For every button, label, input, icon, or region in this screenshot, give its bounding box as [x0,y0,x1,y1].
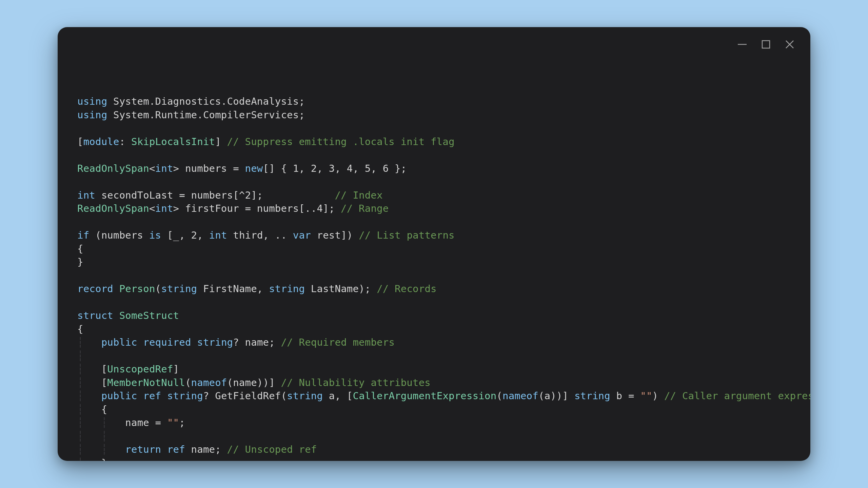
type: ReadOnlySpan [77,163,149,174]
pattern: [_, 2, [167,229,203,241]
comment: // Records [377,283,437,294]
keyword: string [287,390,323,402]
brace: { [77,323,83,335]
identifier: rest]) [317,229,353,241]
keyword: int [77,189,95,201]
keyword: required [143,337,191,348]
keyword: using [77,96,107,107]
keyword: ref [143,390,161,402]
keyword: new [245,163,263,174]
type-name: Person [119,283,155,294]
identifier: LastName); [311,283,371,294]
keyword: return [125,444,161,455]
type-name: SomeStruct [119,310,179,321]
args: (name))] [227,377,275,388]
comment: // Required members [281,337,395,348]
attribute: CallerArgumentExpression [353,390,496,402]
attribute: MemberNotNull [107,377,185,388]
identifier: secondToLast [101,189,173,201]
comment: // Caller argument expressions [664,390,810,402]
keyword: struct [77,310,113,321]
code-editor-content[interactable]: using System.Diagnostics.CodeAnalysis; u… [77,95,797,461]
identifier: firstFour [185,203,239,214]
paren: ) [652,390,658,402]
brace: { [77,243,83,255]
keyword: int [155,203,173,214]
brace: } [77,256,83,268]
comment: // Nullability attributes [281,377,431,388]
editor-window: using System.Diagnostics.CodeAnalysis; u… [58,27,810,461]
maximize-icon [760,39,772,50]
keyword: int [209,229,227,241]
close-button[interactable] [783,37,797,52]
param: a, [ [329,390,353,402]
identifier: name; [191,444,221,455]
brace: { [101,404,107,415]
keyword: string [574,390,610,402]
keyword: public [101,337,137,348]
expression: (numbers [95,229,143,241]
keyword: if [77,229,89,241]
comment: // Index [335,189,382,201]
param: b = [616,390,634,402]
close-icon [784,39,795,50]
attribute: UnscopedRef [107,363,173,375]
comment: // List patterns [359,229,455,241]
identifier: FirstName, [203,283,263,294]
keyword: var [293,229,311,241]
semicolon: ; [179,417,185,428]
identifier: third, .. [233,229,287,241]
nullable: ? [203,390,209,402]
keyword: string [167,390,203,402]
comment: // Range [341,203,389,214]
namespace: System.Diagnostics.CodeAnalysis [113,96,299,107]
minimize-icon [736,39,748,50]
string-literal: "" [640,390,652,402]
keyword: nameof [191,377,227,388]
attribute: SkipLocalsInit [131,136,215,147]
array-literal: [] { 1, 2, 3, 4, 5, 6 } [263,163,401,174]
type: ReadOnlySpan [77,203,149,214]
args: (a))] [538,390,568,402]
method-name: GetFieldRef [215,390,281,402]
brace: } [101,457,107,461]
keyword: using [77,109,107,121]
window-controls [735,37,797,52]
keyword: string [197,337,233,348]
string-literal: "" [167,417,179,428]
keyword: ref [167,444,185,455]
keyword: record [77,283,113,294]
keyword: int [155,163,173,174]
keyword: public [101,390,137,402]
keyword: string [161,283,197,294]
keyword: string [269,283,305,294]
statement: name = [125,417,161,428]
expression: = numbers[^2]; [179,189,263,201]
svg-rect-1 [762,41,770,48]
nullable: ? [233,337,239,348]
minimize-button[interactable] [735,37,749,52]
field: name; [245,337,275,348]
comment: // Suppress emitting .locals init flag [227,136,455,147]
keyword: is [149,229,161,241]
keyword: nameof [502,390,538,402]
keyword: module [83,136,119,147]
maximize-button[interactable] [759,37,773,52]
identifier: numbers [185,163,227,174]
operator: = [233,163,239,174]
comment: // Unscoped ref [227,444,317,455]
expression: = numbers[..4]; [245,203,335,214]
namespace: System.Runtime.CompilerServices [113,109,299,121]
